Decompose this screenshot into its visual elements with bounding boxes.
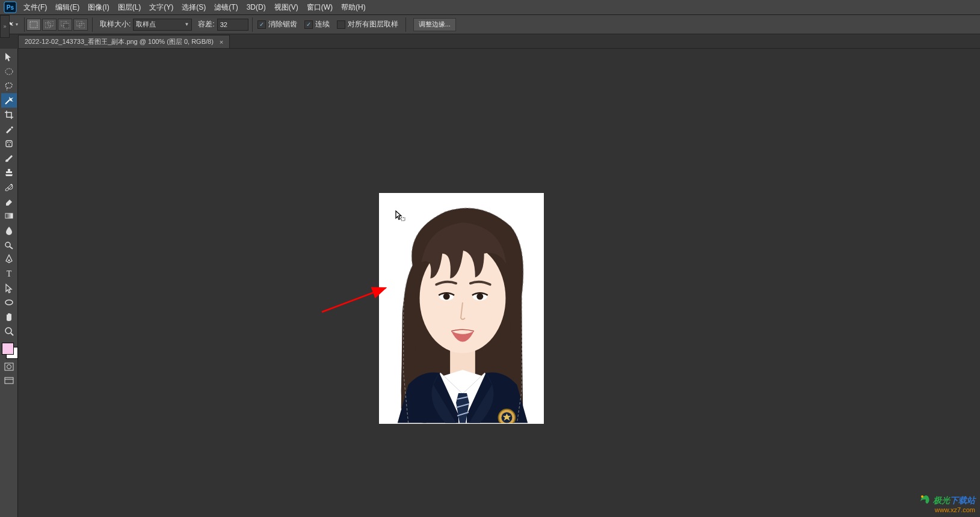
svg-point-34 bbox=[476, 293, 483, 300]
brush-tool[interactable] bbox=[1, 151, 17, 165]
contiguous-label: 连续 bbox=[315, 19, 330, 29]
menu-3d[interactable]: 3D(D) bbox=[242, 0, 270, 15]
sample-size-select[interactable]: 取样点 ▼ bbox=[133, 19, 192, 31]
all-layers-checkbox[interactable]: ✓ 对所有图层取样 bbox=[337, 19, 398, 29]
ps-logo-icon: Ps bbox=[4, 1, 17, 13]
tolerance-label: 容差: bbox=[198, 19, 214, 29]
tolerance-input[interactable]: 32 bbox=[217, 19, 248, 31]
quick-mask-button[interactable] bbox=[2, 360, 16, 373]
refine-edge-button[interactable]: 调整边缘... bbox=[413, 18, 456, 31]
svg-line-11 bbox=[5, 100, 10, 104]
contiguous-checkbox[interactable]: ✓ 连续 bbox=[304, 19, 330, 29]
color-swatch[interactable] bbox=[1, 342, 17, 359]
menu-image[interactable]: 图像(I) bbox=[84, 0, 113, 15]
options-bar: ▾ 取样大小: 取样点 ▼ 容差: 32 ✓ 消除锯齿 ✓ 连续 ✓ 对所有图层… bbox=[0, 15, 980, 34]
svg-point-25 bbox=[7, 365, 11, 369]
svg-text:Ps: Ps bbox=[7, 4, 14, 11]
svg-line-18 bbox=[10, 246, 13, 249]
selection-intersect-button[interactable] bbox=[73, 19, 88, 31]
checkbox-icon: ✓ bbox=[304, 20, 313, 29]
zoom-tool[interactable] bbox=[1, 324, 17, 338]
document-tab-title: 2022-12-02_143733_看图王_副本.png @ 100% (图层 … bbox=[25, 37, 214, 46]
menu-edit[interactable]: 编辑(E) bbox=[51, 0, 84, 15]
hand-tool[interactable] bbox=[1, 310, 17, 324]
svg-rect-24 bbox=[5, 363, 13, 370]
svg-rect-16 bbox=[5, 213, 13, 218]
svg-point-14 bbox=[10, 142, 11, 143]
lasso-tool[interactable] bbox=[1, 79, 17, 93]
menu-bar: Ps 文件(F) 编辑(E) 图像(I) 图层(L) 文字(Y) 选择(S) 滤… bbox=[0, 0, 980, 15]
eraser-tool[interactable] bbox=[1, 194, 17, 209]
dodge-tool[interactable] bbox=[1, 237, 17, 252]
sample-size-value: 取样点 bbox=[136, 20, 156, 29]
move-tool[interactable] bbox=[1, 50, 17, 64]
checkbox-icon: ✓ bbox=[257, 20, 266, 29]
menu-window[interactable]: 窗口(W) bbox=[303, 0, 337, 15]
svg-point-13 bbox=[7, 142, 8, 143]
svg-rect-7 bbox=[64, 23, 69, 28]
svg-point-15 bbox=[8, 144, 10, 145]
svg-point-19 bbox=[8, 260, 10, 262]
menu-layer[interactable]: 图层(L) bbox=[114, 0, 146, 15]
antialias-checkbox[interactable]: ✓ 消除锯齿 bbox=[257, 19, 297, 29]
svg-line-23 bbox=[11, 333, 13, 335]
crop-tool[interactable] bbox=[1, 108, 17, 122]
svg-rect-26 bbox=[5, 378, 13, 384]
all-layers-label: 对所有图层取样 bbox=[348, 19, 398, 29]
close-icon[interactable]: × bbox=[220, 38, 223, 46]
pen-tool[interactable] bbox=[1, 252, 17, 266]
clone-stamp-tool[interactable] bbox=[1, 165, 17, 180]
svg-point-17 bbox=[5, 242, 10, 247]
svg-line-40 bbox=[322, 288, 386, 312]
document-canvas[interactable] bbox=[379, 193, 544, 424]
sample-size-label: 取样大小: bbox=[100, 19, 131, 29]
svg-point-22 bbox=[5, 328, 11, 334]
chevron-down-icon: ▼ bbox=[184, 22, 189, 27]
canvas-area[interactable] bbox=[18, 49, 980, 517]
svg-point-33 bbox=[443, 293, 450, 300]
svg-rect-12 bbox=[6, 141, 12, 147]
menu-file[interactable]: 文件(F) bbox=[19, 0, 51, 15]
menu-select[interactable]: 选择(S) bbox=[177, 0, 210, 15]
magic-wand-tool[interactable] bbox=[1, 93, 17, 108]
svg-text:T: T bbox=[6, 269, 11, 278]
selection-subtract-button[interactable] bbox=[58, 19, 72, 31]
eyedropper-tool[interactable] bbox=[1, 122, 17, 136]
svg-rect-3 bbox=[30, 22, 37, 28]
menu-view[interactable]: 视图(V) bbox=[270, 0, 303, 15]
document-tab[interactable]: 2022-12-02_143733_看图王_副本.png @ 100% (图层 … bbox=[18, 35, 230, 48]
panel-toggle-button[interactable]: » bbox=[0, 15, 10, 38]
selection-add-button[interactable] bbox=[42, 19, 57, 31]
gradient-tool[interactable] bbox=[1, 209, 17, 223]
path-selection-tool[interactable] bbox=[1, 281, 17, 295]
tools-panel: T bbox=[0, 49, 18, 517]
marquee-tool[interactable] bbox=[1, 64, 17, 79]
menu-help[interactable]: 帮助(H) bbox=[337, 0, 370, 15]
foreground-color-swatch[interactable] bbox=[2, 343, 14, 355]
history-brush-tool[interactable] bbox=[1, 180, 17, 194]
shape-tool[interactable] bbox=[1, 295, 17, 310]
selection-marquee bbox=[379, 193, 544, 424]
checkbox-icon: ✓ bbox=[337, 20, 345, 29]
tolerance-value: 32 bbox=[220, 21, 227, 28]
photo-portrait bbox=[380, 194, 543, 423]
blur-tool[interactable] bbox=[1, 223, 17, 237]
screen-mode-button[interactable] bbox=[2, 375, 16, 388]
svg-point-21 bbox=[5, 300, 13, 305]
antialias-label: 消除锯齿 bbox=[268, 19, 297, 29]
svg-rect-9 bbox=[79, 23, 85, 28]
type-tool[interactable]: T bbox=[1, 266, 17, 281]
healing-brush-tool[interactable] bbox=[1, 136, 17, 151]
svg-point-10 bbox=[5, 69, 13, 75]
selection-new-button[interactable] bbox=[26, 19, 41, 31]
document-tab-bar: 2022-12-02_143733_看图王_副本.png @ 100% (图层 … bbox=[18, 34, 980, 49]
menu-type[interactable]: 文字(Y) bbox=[145, 0, 177, 15]
menu-filter[interactable]: 滤镜(T) bbox=[210, 0, 242, 15]
